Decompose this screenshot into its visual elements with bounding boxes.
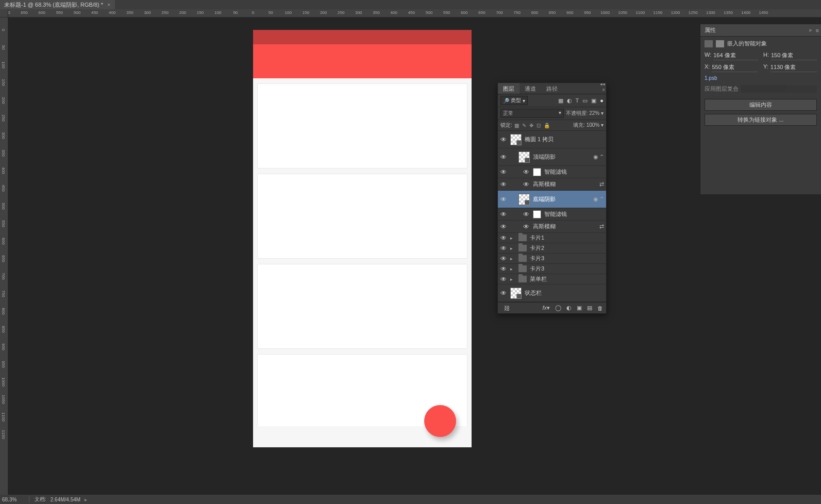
layer-name[interactable]: 卡片1	[530, 234, 604, 242]
y-value[interactable]: 1130 像素	[770, 63, 817, 72]
filter-options-icon[interactable]: ⇄	[599, 181, 604, 188]
fill-value[interactable]: 100%	[587, 122, 600, 128]
visibility-toggle-icon[interactable]: 👁	[500, 211, 507, 218]
x-value[interactable]: 550 像素	[712, 63, 758, 72]
chevron-down-icon[interactable]: ▾	[601, 122, 604, 128]
layer-comp-dropdown[interactable]	[741, 85, 817, 93]
layer-row[interactable]: 👁底端阴影◉⌃	[498, 191, 606, 208]
layer-row[interactable]: 👁椭圆 1 拷贝	[498, 131, 606, 148]
layer-row[interactable]: 👁▸卡片2	[498, 243, 606, 254]
visibility-toggle-icon[interactable]: 👁	[523, 181, 530, 188]
visibility-toggle-icon[interactable]: 👁	[523, 223, 530, 230]
disclosure-icon[interactable]: ▸	[510, 256, 515, 261]
visibility-toggle-icon[interactable]: 👁	[500, 154, 507, 161]
visibility-toggle-icon[interactable]: 👁	[500, 290, 507, 297]
collapse-icon[interactable]: ⌃	[599, 196, 604, 203]
delete-icon[interactable]: 🗑	[597, 305, 603, 311]
collapse-icon[interactable]: ⌃	[599, 154, 604, 160]
layer-name[interactable]: 智能滤镜	[544, 210, 604, 218]
tab-paths[interactable]: 路径	[541, 83, 563, 94]
layer-row[interactable]: 👁▸卡片3	[498, 254, 606, 264]
visibility-toggle-icon[interactable]: 👁	[523, 169, 530, 176]
filter-pixel-icon[interactable]: ▦	[558, 97, 563, 104]
layer-name[interactable]: 高斯模糊	[533, 180, 596, 188]
filter-toggle-icon[interactable]: ●	[600, 97, 604, 104]
panel-menu-icon[interactable]: ×	[602, 87, 605, 93]
filter-text-icon[interactable]: T	[576, 97, 579, 104]
layer-row[interactable]: 👁状态栏	[498, 284, 606, 302]
edit-content-button[interactable]: 编辑内容	[705, 99, 817, 111]
layer-name[interactable]: 顶端阴影	[533, 153, 590, 161]
blend-mode-dropdown[interactable]: 正常 ▾	[500, 109, 564, 118]
disclosure-icon[interactable]: ▸	[510, 277, 515, 282]
lock-move-icon[interactable]: ✥	[529, 123, 533, 128]
layer-row[interactable]: 👁👁高斯模糊⇄	[498, 178, 606, 191]
doc-size[interactable]: 文档: 2.64M/4.54M ▸	[29, 496, 92, 503]
convert-linked-button[interactable]: 转换为链接对象 ...	[705, 114, 817, 126]
lock-artboard-icon[interactable]: ⊡	[537, 123, 541, 128]
opacity-value[interactable]: 22%	[589, 110, 599, 116]
layer-name[interactable]: 椭圆 1 拷贝	[525, 136, 604, 143]
properties-panel[interactable]: 属性 » ≡ 嵌入的智能对象 W: 164 像素 H: 150 像素 X: 55…	[700, 24, 821, 194]
layer-name[interactable]: 高斯模糊	[533, 223, 596, 230]
source-file-link[interactable]: 1.psb	[705, 75, 817, 81]
layer-name[interactable]: 菜单栏	[530, 275, 604, 283]
layer-row[interactable]: 👁▸卡片3	[498, 264, 606, 274]
layer-row[interactable]: 👁👁智能滤镜	[498, 166, 606, 178]
layers-list[interactable]: 👁椭圆 1 拷贝👁顶端阴影◉⌃👁👁智能滤镜👁👁高斯模糊⇄👁底端阴影◉⌃👁👁智能滤…	[498, 131, 606, 302]
panel-menu-icon[interactable]: ≡	[816, 27, 819, 33]
height-value[interactable]: 150 像素	[771, 52, 817, 60]
filter-shape-icon[interactable]: ▭	[582, 97, 588, 104]
visibility-toggle-icon[interactable]: 👁	[500, 196, 507, 203]
filter-visibility-icon[interactable]: ◉	[593, 154, 598, 160]
layer-thumbnail[interactable]	[518, 194, 530, 205]
layer-row[interactable]: 👁👁智能滤镜	[498, 208, 606, 221]
layer-name[interactable]: 卡片3	[530, 265, 604, 273]
layer-name[interactable]: 卡片3	[530, 255, 604, 262]
layer-name[interactable]: 智能滤镜	[544, 168, 604, 176]
layer-name[interactable]: 卡片2	[530, 244, 604, 252]
link-layers-icon[interactable]: ⛓	[504, 305, 510, 311]
filter-smart-icon[interactable]: ▣	[591, 97, 596, 104]
filter-type-dropdown[interactable]: 🔎 类型 ▾	[500, 96, 528, 105]
mask-icon[interactable]: ◯	[555, 305, 561, 311]
width-value[interactable]: 164 像素	[713, 52, 758, 60]
layer-thumbnail[interactable]	[510, 288, 522, 299]
lock-brush-icon[interactable]: ✎	[522, 123, 526, 128]
design-mockup[interactable]	[253, 30, 472, 447]
filter-options-icon[interactable]: ⇄	[599, 223, 604, 230]
new-layer-icon[interactable]: ▤	[587, 305, 592, 311]
group-icon[interactable]: ▣	[577, 305, 582, 311]
visibility-toggle-icon[interactable]: 👁	[500, 276, 507, 283]
layer-name[interactable]: 状态栏	[525, 289, 604, 297]
layer-row[interactable]: 👁👁高斯模糊⇄	[498, 221, 606, 233]
chevron-right-icon[interactable]: ▸	[85, 497, 87, 502]
ruler-horizontal[interactable]: 7507006506005505004504003503002502001501…	[8, 9, 821, 18]
visibility-toggle-icon[interactable]: 👁	[500, 265, 507, 273]
layer-row[interactable]: 👁▸菜单栏	[498, 274, 606, 284]
visibility-toggle-icon[interactable]: 👁	[500, 169, 507, 176]
disclosure-icon[interactable]: ▸	[510, 246, 515, 251]
layer-thumbnail[interactable]	[518, 152, 530, 163]
layer-name[interactable]: 底端阴影	[533, 195, 590, 203]
layer-row[interactable]: 👁▸卡片1	[498, 233, 606, 243]
canvas-area[interactable]	[8, 18, 821, 495]
visibility-toggle-icon[interactable]: 👁	[500, 223, 507, 230]
visibility-toggle-icon[interactable]: 👁	[500, 181, 507, 188]
lock-transparent-icon[interactable]: ▩	[514, 123, 519, 128]
visibility-toggle-icon[interactable]: 👁	[500, 136, 507, 143]
collapse-icon[interactable]: »	[809, 27, 812, 33]
dock-icon[interactable]: ◂◂	[600, 82, 605, 87]
tab-channels[interactable]: 通道	[520, 83, 541, 94]
visibility-toggle-icon[interactable]: 👁	[500, 245, 507, 252]
filter-adjust-icon[interactable]: ◐	[567, 97, 572, 104]
adjustment-icon[interactable]: ◐	[566, 305, 572, 311]
layer-thumbnail[interactable]	[510, 134, 522, 145]
filter-visibility-icon[interactable]: ◉	[593, 196, 598, 203]
visibility-toggle-icon[interactable]: 👁	[500, 255, 507, 262]
layers-panel[interactable]: ◂◂ 图层 通道 路径 × 🔎 类型 ▾ ▦ ◐ T ▭ ▣ ● 正常 ▾ 不透…	[497, 82, 607, 314]
layer-row[interactable]: 👁顶端阴影◉⌃	[498, 148, 606, 166]
fx-icon[interactable]: fx▾	[542, 305, 550, 311]
disclosure-icon[interactable]: ▸	[510, 236, 515, 241]
zoom-level[interactable]: 68.3%	[2, 497, 29, 502]
